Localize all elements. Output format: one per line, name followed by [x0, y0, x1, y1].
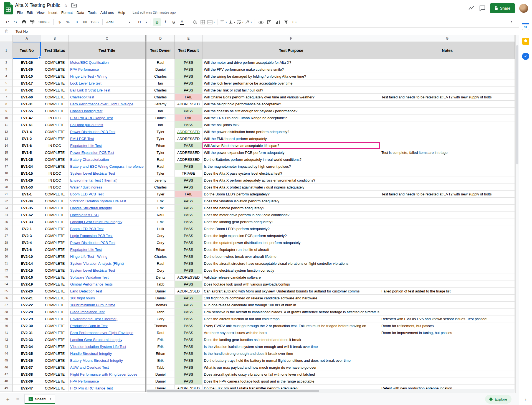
cell-G15[interactable]: Test is complete, failed items are in tr… — [380, 149, 515, 156]
cell-B24[interactable]: COMPLETE — [41, 212, 69, 218]
cell-C12[interactable]: Power Distribution PCB Test — [69, 128, 145, 135]
select-all-corner[interactable] — [0, 35, 13, 42]
borders-button[interactable] — [199, 18, 207, 26]
header-cell-notes[interactable]: Notes — [380, 42, 515, 59]
cell-B8[interactable]: COMPLETE — [41, 101, 69, 108]
cell-B13[interactable]: COMPLETE — [41, 135, 69, 142]
currency-format-button[interactable]: $ — [56, 18, 64, 26]
cell-G45[interactable] — [380, 357, 515, 364]
header-cell-test-no[interactable]: Test No — [13, 42, 41, 59]
cell-A34[interactable]: EV2-19 — [13, 281, 41, 288]
cell-G31[interactable] — [380, 260, 515, 267]
cell-A21[interactable]: EV1-1 — [13, 191, 41, 198]
cell-F41[interactable]: Are there any aero issues with the baro — [202, 329, 380, 336]
cell-D35[interactable]: Daniel — [146, 288, 175, 295]
cell-C39[interactable]: Environmental Test (Thermal) — [69, 315, 145, 322]
cell-G14[interactable] — [380, 142, 515, 149]
cell-E11[interactable]: PASS — [175, 121, 202, 128]
cell-A4[interactable]: EV1-10 — [13, 73, 41, 80]
row-header-26[interactable]: 26 — [0, 225, 13, 232]
cell-B18[interactable]: IN DOC — [41, 170, 69, 177]
row-header-43[interactable]: 43 — [0, 343, 13, 350]
row-header-30[interactable]: 30 — [0, 253, 13, 260]
undo-button[interactable]: ↶ — [3, 18, 11, 26]
cell-F32[interactable]: Does the electrical system function corr… — [202, 267, 380, 274]
row-header-16[interactable]: 16 — [0, 156, 13, 163]
cell-F46[interactable]: What is our max payload and how much mar… — [202, 364, 380, 371]
cell-D7[interactable]: Charles — [146, 94, 175, 101]
row-header-19[interactable]: 19 — [0, 177, 13, 184]
sheets-logo-icon[interactable] — [4, 2, 13, 17]
cell-D36[interactable]: Daniel — [146, 295, 175, 302]
cell-B14[interactable]: IN DOC — [41, 142, 69, 149]
formula-input[interactable]: Test No — [13, 29, 28, 34]
comments-icon[interactable] — [479, 5, 486, 12]
row-header-22[interactable]: 22 — [0, 198, 13, 205]
cell-G21[interactable]: Test failed and needs to be retested at … — [380, 191, 515, 198]
cell-E25[interactable]: PASS — [175, 218, 202, 225]
keep-icon[interactable] — [522, 38, 529, 45]
cell-B23[interactable]: COMPLETE — [41, 205, 69, 212]
cell-A39[interactable]: EV2-29 — [13, 315, 41, 322]
row-header-18[interactable]: 18 — [0, 170, 13, 177]
cell-C17[interactable]: Battery and ESC Wiring Compass Interefen… — [69, 163, 145, 170]
cell-B40[interactable]: COMPLETE — [41, 322, 69, 329]
cell-D25[interactable]: Erik — [146, 218, 175, 225]
tasks-icon[interactable]: ✓ — [522, 53, 529, 60]
cell-G4[interactable] — [380, 73, 515, 80]
cell-D45[interactable]: Erik — [146, 357, 175, 364]
cell-F42[interactable]: Does the landing gear function as intend… — [202, 336, 380, 343]
cell-F43[interactable]: Is the vibration isolation system stron … — [202, 343, 380, 350]
row-header-5[interactable]: 5 — [0, 80, 13, 87]
cell-C34[interactable]: Gimbal Performance Tests — [69, 281, 145, 288]
cell-G28[interactable] — [380, 239, 515, 246]
cell-G8[interactable] — [380, 101, 515, 108]
row-header-38[interactable]: 38 — [0, 309, 13, 315]
insert-comment-button[interactable] — [265, 18, 273, 26]
cell-D29[interactable]: Ethan — [146, 246, 175, 253]
cell-E30[interactable]: PASS — [175, 253, 202, 260]
filter-button[interactable] — [282, 18, 290, 26]
cell-G48[interactable] — [380, 378, 515, 385]
cell-F30[interactable]: Do the boom wires break over aircraft li… — [202, 253, 380, 260]
row-header-8[interactable]: 8 — [0, 101, 13, 108]
row-header-31[interactable]: 31 — [0, 260, 13, 267]
cell-D17[interactable]: Raul — [146, 163, 175, 170]
cell-G32[interactable] — [380, 267, 515, 274]
cell-A3[interactable]: EV1-39 — [13, 66, 41, 73]
cell-G6[interactable] — [380, 87, 515, 94]
cell-C46[interactable]: AUW and Overload Test — [69, 364, 145, 371]
cell-C25[interactable]: Landing Gear Structural Integrity — [69, 218, 145, 225]
cell-C29[interactable]: Flopdapter Life Test — [69, 246, 145, 253]
cell-E13[interactable]: ADDRESSED — [175, 135, 202, 142]
cell-A6[interactable]: EV1-32 — [13, 87, 41, 94]
text-rotation-button[interactable]: ▾ — [245, 18, 252, 26]
cell-G38[interactable] — [380, 309, 515, 315]
insert-link-button[interactable] — [257, 18, 265, 26]
strikethrough-button[interactable]: S — [170, 18, 178, 26]
cell-A29[interactable]: EV2-6 — [13, 246, 41, 253]
cell-D33[interactable]: Deniz — [146, 274, 175, 281]
header-cell-test-status[interactable]: Test Status — [41, 42, 69, 59]
cell-D39[interactable]: Cory — [146, 315, 175, 322]
cell-D37[interactable]: Thomas — [146, 302, 175, 309]
cell-C20[interactable]: Water / dust ingress — [69, 184, 145, 191]
cell-C15[interactable]: Power Expansion PCB Test — [69, 149, 145, 156]
cell-D16[interactable]: Raul — [146, 156, 175, 163]
vertical-scrollbar-thumb[interactable] — [516, 45, 518, 164]
menu-add-ons[interactable]: Add-ons — [98, 10, 116, 16]
cell-G35[interactable]: Failed portion of test added to the tria… — [380, 288, 515, 295]
row-header-40[interactable]: 40 — [0, 322, 13, 329]
cell-E27[interactable]: PASS — [175, 232, 202, 239]
cell-D10[interactable]: Daniel — [146, 114, 175, 121]
cell-B41[interactable]: COMPLETE — [41, 329, 69, 336]
more-formats-button[interactable]: 123▾ — [89, 18, 100, 26]
cell-E6[interactable]: PASS — [175, 87, 202, 94]
cell-B44[interactable]: COMPLETE — [41, 350, 69, 357]
cell-E21[interactable]: FAIL — [175, 191, 202, 198]
cell-A24[interactable]: EV1-62 — [13, 212, 41, 218]
cell-E32[interactable]: PASS — [175, 267, 202, 274]
menu-file[interactable]: File — [15, 10, 25, 16]
cell-B25[interactable]: COMPLETE — [41, 218, 69, 225]
cell-A44[interactable]: EV2-35 — [13, 350, 41, 357]
